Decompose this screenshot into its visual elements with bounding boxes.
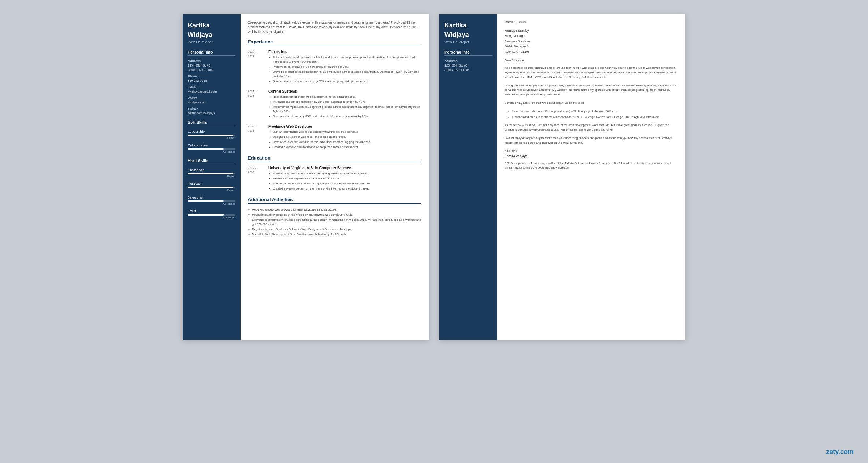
job-dates: 2011 -2013 xyxy=(248,89,264,119)
activity-item: Received a 2015 Webby Award for Best Nav… xyxy=(248,208,421,212)
zety-branding: zety.com xyxy=(826,448,854,456)
job-entry: 2013 -2017 Flexor, Inc. Full stack web d… xyxy=(248,50,421,84)
job-body: Flexor, Inc. Full stack web developer re… xyxy=(268,50,421,84)
job-bullet: Built an ecommerce webapp to sell potty … xyxy=(268,130,421,134)
cl-sign-name: Kartika Widjaya xyxy=(505,154,678,158)
cl-addr1: 30-97 Steinway St. xyxy=(505,44,678,49)
email-label: E-mail xyxy=(188,85,235,89)
job-bullet: Drove best practice implementation for 2… xyxy=(268,70,421,78)
job-bullet: Responsible for full stack web developme… xyxy=(268,95,421,99)
cl-address-label: Address xyxy=(444,59,492,63)
page-wrapper: Kartika Widjaya Web Developer Personal I… xyxy=(36,14,832,340)
cl-recipient: Monique Stanley Hiring Manager Steinway … xyxy=(505,28,678,54)
skill-name: HTML xyxy=(188,209,235,213)
email-value: kwidjaya@gmail.com xyxy=(188,90,235,93)
cl-main: March 15, 2019 Monique Stanley Hiring Ma… xyxy=(497,14,685,340)
skill-bar-fill xyxy=(188,173,233,174)
jobs-list: 2013 -2017 Flexor, Inc. Full stack web d… xyxy=(248,50,421,150)
activities-list: Received a 2015 Webby Award for Best Nav… xyxy=(248,208,421,237)
soft-skills-title: Soft Skills xyxy=(188,120,235,126)
phone-value: 310-242-0156 xyxy=(188,79,235,82)
skill-bar-bg xyxy=(188,135,235,136)
experience-section: Experience 2013 -2017 Flexor, Inc. Full … xyxy=(248,39,421,150)
cl-sidebar: Kartika Widjaya Web Developer Personal I… xyxy=(439,14,497,340)
cl-recipient-name: Monique Stanley xyxy=(505,28,678,33)
resume-title: Web Developer xyxy=(188,40,235,44)
cl-bullet-item: Collaborated on a client project which w… xyxy=(507,115,678,120)
skill-name: Collaboration xyxy=(188,143,235,147)
hard-skill-item: Photoshop Expert xyxy=(188,168,235,178)
cl-personal-info-title: Personal Info xyxy=(444,50,492,56)
edu-bullet: Pursued a Generalist Scholars Program gr… xyxy=(268,182,421,186)
skill-bar-bg xyxy=(188,187,235,188)
job-body: Freelance Web Developer Built an ecommer… xyxy=(268,124,421,150)
skill-bar-fill xyxy=(188,200,224,202)
resume-name-line2: Widjaya xyxy=(188,31,235,39)
activity-item: Facilitate monthly meetings of the Webfi… xyxy=(248,213,421,217)
job-company: Freelance Web Developer xyxy=(268,124,421,128)
twitter-label: Twitter xyxy=(188,107,235,111)
skill-bar-bg xyxy=(188,214,235,216)
soft-skills-list: Leadership Expert Collaboration Advanced xyxy=(188,129,235,153)
cl-bullets: Increased website code efficiency (reduc… xyxy=(505,109,678,120)
activity-item: My article Web Development Best Practice… xyxy=(248,232,421,237)
skill-level: Advanced xyxy=(188,202,235,205)
skill-level: Expert xyxy=(188,175,235,178)
job-bullet: Prototyped an average of 25 new product … xyxy=(268,65,421,69)
job-dates: 2013 -2017 xyxy=(248,50,264,84)
phone-label: Phone xyxy=(188,75,235,78)
cl-sincerely: Sincerely, xyxy=(505,149,678,153)
address-line1: 1234 35th St, #6 xyxy=(188,64,235,67)
personal-info-title: Personal Info xyxy=(188,50,235,56)
cl-opportunity-para: I would enjoy an opportunity to chat abo… xyxy=(505,136,678,145)
skill-name: Photoshop xyxy=(188,168,235,172)
cl-recipient-title: Hiring Manager xyxy=(505,33,678,38)
skill-name: Illustrator xyxy=(188,182,235,186)
resume-card: Kartika Widjaya Web Developer Personal I… xyxy=(183,14,429,340)
hard-skill-item: Illustrator Expert xyxy=(188,182,235,192)
education-title: Education xyxy=(248,155,421,162)
skill-bar-bg xyxy=(188,173,235,174)
cl-company: Steinway Solutions xyxy=(505,39,678,44)
address-line2: Astoria, NY 11106 xyxy=(188,68,235,72)
job-company: Flexor, Inc. xyxy=(268,50,421,54)
zety-text: zety.com xyxy=(826,448,854,455)
education-section: Education 2007 -2010 University of Virgi… xyxy=(248,155,421,192)
skill-name: Leadership xyxy=(188,129,235,133)
job-entry: 2010 -2011 Freelance Web Developer Built… xyxy=(248,124,421,150)
job-body: Corend Systems Responsible for full stac… xyxy=(268,89,421,119)
edu-dates: 2007 -2010 xyxy=(248,166,264,192)
skill-bar-fill xyxy=(188,187,233,188)
skill-name: Javascript xyxy=(188,195,235,199)
job-bullet: Full stack web developer responsible for… xyxy=(268,55,421,64)
cl-date: March 15, 2019 xyxy=(505,20,678,24)
cl-addr2: Astoria, NY 11103 xyxy=(505,49,678,54)
activity-item: Regular attendee, Southern California We… xyxy=(248,227,421,232)
cl-ps: P.S. Perhaps we could meet for a coffee … xyxy=(505,161,678,170)
skill-level: Expert xyxy=(188,136,235,140)
cl-address-line2: Astoria, NY 11106 xyxy=(444,68,492,72)
job-bullet: Increased customer satisfaction by 35% a… xyxy=(268,100,421,104)
cl-paragraphs: As a computer science graduate and all-a… xyxy=(505,66,678,106)
www-label: WWW xyxy=(188,96,235,100)
hard-skills-title: Hard Skills xyxy=(188,158,235,164)
skill-level: Expert xyxy=(188,188,235,192)
soft-skill-item: Leadership Expert xyxy=(188,129,235,140)
cl-paragraph: As a computer science graduate and all-a… xyxy=(505,66,678,80)
cl-address-line1: 1234 35th St, #6 xyxy=(444,64,492,67)
job-entry: 2011 -2013 Corend Systems Responsible fo… xyxy=(248,89,421,119)
job-dates: 2010 -2011 xyxy=(248,124,264,150)
job-bullet: Created a website and donations webapp f… xyxy=(268,145,421,149)
skill-bar-bg xyxy=(188,148,235,150)
twitter-value: twitter.com/kwidjaya xyxy=(188,111,235,115)
resume-sidebar: Kartika Widjaya Web Developer Personal I… xyxy=(183,14,241,340)
job-bullet: Decreased lead times by 30% and reduced … xyxy=(268,114,421,119)
activities-section: Additional Activities Received a 2015 We… xyxy=(248,197,421,237)
edu-body: University of Virginia, M.S. in Computer… xyxy=(268,166,421,192)
edu-degree: University of Virginia, M.S. in Computer… xyxy=(268,166,421,170)
hard-skill-item: Javascript Advanced xyxy=(188,195,235,205)
skill-level: Advanced xyxy=(188,216,235,219)
job-bullet: Boosted user experience scores by 55% ov… xyxy=(268,79,421,84)
cl-name-line2: Widjaya xyxy=(444,31,492,39)
skill-bar-bg xyxy=(188,200,235,202)
